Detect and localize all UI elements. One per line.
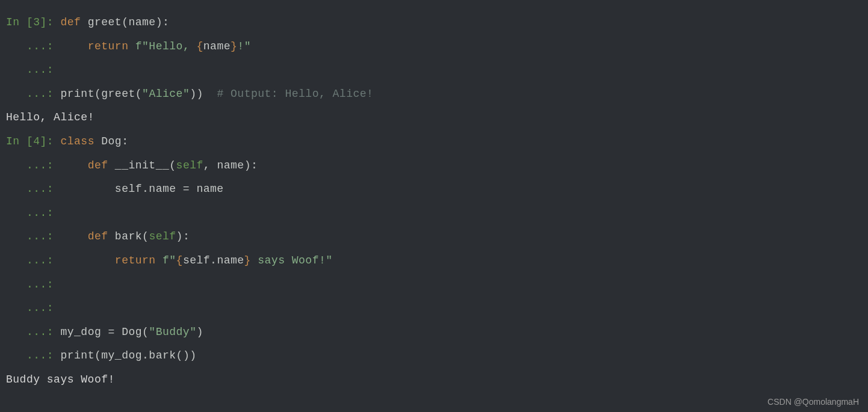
arg: name <box>128 16 155 28</box>
keyword-return: return <box>115 254 156 266</box>
continuation-prompt: ...: <box>6 278 60 291</box>
paren: ) <box>156 16 163 28</box>
output-line: Buddy says Woof! <box>6 368 862 392</box>
input-prompt: In [4]: <box>6 135 60 147</box>
paren: ) <box>190 88 196 100</box>
brace: } <box>244 254 251 266</box>
continuation-prompt: ...: <box>6 230 60 242</box>
code-line: ...: self.name = name <box>6 177 862 201</box>
indent <box>60 159 87 171</box>
code: my_dog.bark <box>101 349 176 361</box>
output-line: Hello, Alice! <box>6 106 862 130</box>
fstring: f" <box>163 254 176 266</box>
comma: , <box>203 159 217 171</box>
paren: ( <box>122 16 128 28</box>
brace: { <box>176 254 183 266</box>
code-line: ...: return f"Hello, {name}!" <box>6 35 862 59</box>
code-line: ...: <box>6 297 862 321</box>
code-line: ...: my_dog = Dog("Buddy") <box>6 321 862 345</box>
watermark: CSDN @QomolangmaH <box>767 398 859 406</box>
fstring: f"Hello, <box>135 40 197 52</box>
code-line: In [4]: class Dog: <box>6 130 862 154</box>
indent <box>60 183 114 195</box>
paren: ) <box>196 326 203 338</box>
var: self.name <box>183 254 244 266</box>
paren: ) <box>190 349 196 361</box>
self-param: self <box>149 230 176 242</box>
space <box>156 254 163 266</box>
var: name <box>203 40 231 52</box>
code-line: ...: def __init__(self, name): <box>6 154 862 178</box>
brace: } <box>231 40 237 52</box>
string-literal: "Alice" <box>142 88 190 100</box>
code: my_dog = Dog <box>60 326 142 338</box>
code-line: ...: def bark(self): <box>6 225 862 249</box>
brace: { <box>196 40 203 52</box>
paren: ) <box>176 230 183 242</box>
continuation-prompt: ...: <box>6 64 60 76</box>
paren: ( <box>169 159 176 171</box>
colon: : <box>163 16 169 28</box>
keyword-return: return <box>88 40 129 52</box>
func-call: print <box>60 88 95 100</box>
func-call: print <box>60 349 95 361</box>
colon: : <box>251 159 258 171</box>
keyword-def: def <box>60 16 81 28</box>
paren: ( <box>95 349 101 361</box>
continuation-prompt: ...: <box>6 183 60 195</box>
fstring: says Woof!" <box>251 254 333 266</box>
paren: ( <box>95 88 101 100</box>
paren: ) <box>183 349 190 361</box>
code-line: ...: <box>6 273 862 297</box>
continuation-prompt: ...: <box>6 88 60 100</box>
space <box>128 40 135 52</box>
func-call: greet <box>101 88 135 100</box>
paren: ( <box>176 349 183 361</box>
code-line: ...: <box>6 58 862 82</box>
keyword-def: def <box>88 230 108 242</box>
continuation-prompt: ...: <box>6 302 60 314</box>
code-line: ...: return f"{self.name} says Woof!" <box>6 249 862 273</box>
continuation-prompt: ...: <box>6 254 60 266</box>
colon: : <box>122 135 128 147</box>
string-literal: "Buddy" <box>149 326 196 338</box>
continuation-prompt: ...: <box>6 159 60 171</box>
code-line: In [3]: def greet(name): <box>6 11 862 35</box>
fstring: !" <box>237 40 251 52</box>
input-prompt: In [3]: <box>6 16 60 28</box>
indent <box>60 40 87 52</box>
paren: ) <box>197 88 203 100</box>
code-line: ...: print(greet("Alice")) # Output: Hel… <box>6 82 862 106</box>
ipython-terminal[interactable]: In [3]: def greet(name): ...: return f"H… <box>6 11 862 392</box>
indent <box>60 254 114 266</box>
comment: # Output: Hello, Alice! <box>203 88 374 100</box>
arg: name <box>217 159 244 171</box>
code: self.name = name <box>115 183 224 195</box>
keyword-def: def <box>88 159 108 171</box>
paren: ( <box>135 88 142 100</box>
code-line: ...: print(my_dog.bark()) <box>6 344 862 368</box>
continuation-prompt: ...: <box>6 40 60 52</box>
continuation-prompt: ...: <box>6 349 60 361</box>
self-param: self <box>176 159 203 171</box>
colon: : <box>183 230 190 242</box>
code-line: ...: <box>6 201 862 226</box>
func-name: bark <box>108 230 143 242</box>
keyword-class: class <box>60 135 95 147</box>
indent <box>60 230 87 242</box>
paren: ( <box>142 326 149 338</box>
continuation-prompt: ...: <box>6 326 60 338</box>
paren: ( <box>142 230 149 242</box>
func-name: __init__ <box>108 159 170 171</box>
func-name: greet <box>81 16 122 28</box>
class-name: Dog <box>95 135 122 147</box>
paren: ) <box>244 159 251 171</box>
continuation-prompt: ...: <box>6 207 60 219</box>
